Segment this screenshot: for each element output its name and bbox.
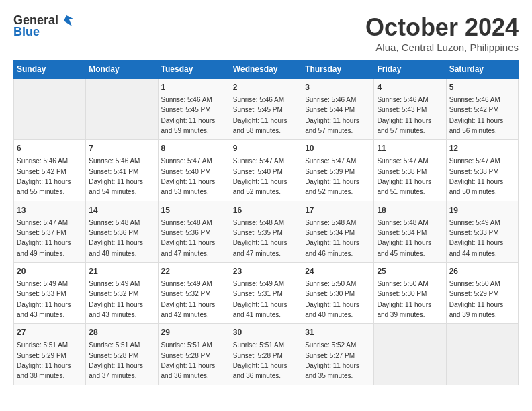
col-thursday: Thursday [302,60,374,79]
day-sunrise: Sunrise: 5:48 AMSunset: 5:34 PMDaylight:… [377,219,431,257]
day-number: 15 [161,205,227,216]
calendar-cell: 20 Sunrise: 5:49 AMSunset: 5:33 PMDaylig… [14,263,86,324]
calendar-cell: 4 Sunrise: 5:46 AMSunset: 5:43 PMDayligh… [374,79,446,140]
day-number: 28 [89,327,154,338]
calendar-cell: 7 Sunrise: 5:46 AMSunset: 5:41 PMDayligh… [86,140,158,201]
calendar-week-row: 20 Sunrise: 5:49 AMSunset: 5:33 PMDaylig… [14,263,519,324]
col-monday: Monday [86,60,158,79]
calendar-cell: 10 Sunrise: 5:47 AMSunset: 5:39 PMDaylig… [302,140,374,201]
day-number: 13 [17,205,83,216]
calendar-cell: 17 Sunrise: 5:48 AMSunset: 5:34 PMDaylig… [302,201,374,262]
calendar-cell: 8 Sunrise: 5:47 AMSunset: 5:40 PMDayligh… [158,140,230,201]
day-number: 30 [233,327,299,338]
calendar-cell: 19 Sunrise: 5:49 AMSunset: 5:33 PMDaylig… [446,201,518,262]
calendar-cell: 11 Sunrise: 5:47 AMSunset: 5:38 PMDaylig… [374,140,446,201]
location-subtitle: Alua, Central Luzon, Philippines [365,42,519,53]
col-saturday: Saturday [446,60,518,79]
day-sunrise: Sunrise: 5:47 AMSunset: 5:38 PMDaylight:… [377,157,431,195]
day-sunrise: Sunrise: 5:49 AMSunset: 5:33 PMDaylight:… [449,219,504,257]
day-number: 23 [233,266,299,277]
calendar-table: Sunday Monday Tuesday Wednesday Thursday… [13,60,519,385]
day-number: 9 [233,143,299,154]
calendar-cell: 3 Sunrise: 5:46 AMSunset: 5:44 PMDayligh… [302,79,374,140]
day-number: 17 [305,205,371,216]
calendar-cell: 14 Sunrise: 5:48 AMSunset: 5:36 PMDaylig… [86,201,158,262]
calendar-cell: 6 Sunrise: 5:46 AMSunset: 5:42 PMDayligh… [14,140,86,201]
day-number: 3 [305,82,371,93]
calendar-cell: 2 Sunrise: 5:46 AMSunset: 5:45 PMDayligh… [230,79,302,140]
day-number: 25 [377,266,443,277]
calendar-cell: 26 Sunrise: 5:50 AMSunset: 5:29 PMDaylig… [446,263,518,324]
calendar-week-row: 13 Sunrise: 5:47 AMSunset: 5:37 PMDaylig… [14,201,519,262]
calendar-cell: 16 Sunrise: 5:48 AMSunset: 5:35 PMDaylig… [230,201,302,262]
calendar-cell: 22 Sunrise: 5:49 AMSunset: 5:32 PMDaylig… [158,263,230,324]
day-number: 21 [89,266,154,277]
calendar-week-row: 1 Sunrise: 5:46 AMSunset: 5:45 PMDayligh… [14,79,519,140]
day-sunrise: Sunrise: 5:46 AMSunset: 5:42 PMDaylight:… [449,96,504,134]
day-sunrise: Sunrise: 5:50 AMSunset: 5:30 PMDaylight:… [377,280,431,318]
day-number: 7 [89,143,154,154]
calendar-cell: 23 Sunrise: 5:49 AMSunset: 5:31 PMDaylig… [230,263,302,324]
calendar-cell [446,324,518,385]
calendar-cell: 18 Sunrise: 5:48 AMSunset: 5:34 PMDaylig… [374,201,446,262]
calendar-week-row: 6 Sunrise: 5:46 AMSunset: 5:42 PMDayligh… [14,140,519,201]
day-number: 12 [449,143,515,154]
calendar-cell: 25 Sunrise: 5:50 AMSunset: 5:30 PMDaylig… [374,263,446,324]
day-sunrise: Sunrise: 5:46 AMSunset: 5:44 PMDaylight:… [305,96,359,134]
day-sunrise: Sunrise: 5:46 AMSunset: 5:42 PMDaylight:… [17,157,71,195]
day-number: 4 [377,82,443,93]
page-header: General Blue October 2024 Alua, Central … [13,13,519,53]
logo: General Blue [13,13,75,39]
day-number: 22 [161,266,227,277]
day-sunrise: Sunrise: 5:48 AMSunset: 5:34 PMDaylight:… [305,219,359,257]
day-sunrise: Sunrise: 5:51 AMSunset: 5:28 PMDaylight:… [161,341,216,379]
day-sunrise: Sunrise: 5:47 AMSunset: 5:39 PMDaylight:… [305,157,359,195]
svg-marker-0 [64,15,75,26]
calendar-cell: 1 Sunrise: 5:46 AMSunset: 5:45 PMDayligh… [158,79,230,140]
calendar-cell: 27 Sunrise: 5:51 AMSunset: 5:29 PMDaylig… [14,324,86,385]
day-number: 5 [449,82,515,93]
col-friday: Friday [374,60,446,79]
calendar-cell: 30 Sunrise: 5:51 AMSunset: 5:28 PMDaylig… [230,324,302,385]
day-sunrise: Sunrise: 5:46 AMSunset: 5:41 PMDaylight:… [89,157,143,195]
month-title: October 2024 [365,13,519,42]
day-sunrise: Sunrise: 5:51 AMSunset: 5:28 PMDaylight:… [233,341,287,379]
calendar-cell: 9 Sunrise: 5:47 AMSunset: 5:40 PMDayligh… [230,140,302,201]
day-number: 10 [305,143,371,154]
day-number: 18 [377,205,443,216]
calendar-cell: 24 Sunrise: 5:50 AMSunset: 5:30 PMDaylig… [302,263,374,324]
calendar-cell: 21 Sunrise: 5:49 AMSunset: 5:32 PMDaylig… [86,263,158,324]
day-sunrise: Sunrise: 5:48 AMSunset: 5:36 PMDaylight:… [161,219,216,257]
col-tuesday: Tuesday [158,60,230,79]
calendar-cell: 13 Sunrise: 5:47 AMSunset: 5:37 PMDaylig… [14,201,86,262]
day-sunrise: Sunrise: 5:49 AMSunset: 5:32 PMDaylight:… [89,280,143,318]
logo-box: General Blue [13,13,75,39]
calendar-cell: 29 Sunrise: 5:51 AMSunset: 5:28 PMDaylig… [158,324,230,385]
logo-blue: Blue [13,25,40,39]
day-sunrise: Sunrise: 5:51 AMSunset: 5:29 PMDaylight:… [17,341,71,379]
calendar-cell: 5 Sunrise: 5:46 AMSunset: 5:42 PMDayligh… [446,79,518,140]
col-sunday: Sunday [14,60,86,79]
calendar-cell [86,79,158,140]
calendar-cell [14,79,86,140]
day-sunrise: Sunrise: 5:50 AMSunset: 5:29 PMDaylight:… [449,280,504,318]
calendar-cell: 15 Sunrise: 5:48 AMSunset: 5:36 PMDaylig… [158,201,230,262]
calendar-week-row: 27 Sunrise: 5:51 AMSunset: 5:29 PMDaylig… [14,324,519,385]
day-sunrise: Sunrise: 5:46 AMSunset: 5:45 PMDaylight:… [161,96,216,134]
calendar-header-row: Sunday Monday Tuesday Wednesday Thursday… [14,60,519,79]
day-sunrise: Sunrise: 5:46 AMSunset: 5:45 PMDaylight:… [233,96,287,134]
day-number: 31 [305,327,371,338]
calendar-cell: 12 Sunrise: 5:47 AMSunset: 5:38 PMDaylig… [446,140,518,201]
day-number: 27 [17,327,83,338]
calendar-cell: 31 Sunrise: 5:52 AMSunset: 5:27 PMDaylig… [302,324,374,385]
day-sunrise: Sunrise: 5:48 AMSunset: 5:35 PMDaylight:… [233,219,287,257]
day-sunrise: Sunrise: 5:49 AMSunset: 5:32 PMDaylight:… [161,280,216,318]
day-number: 6 [17,143,83,154]
day-number: 29 [161,327,227,338]
day-sunrise: Sunrise: 5:48 AMSunset: 5:36 PMDaylight:… [89,219,143,257]
calendar-cell [374,324,446,385]
day-sunrise: Sunrise: 5:49 AMSunset: 5:33 PMDaylight:… [17,280,71,318]
day-number: 19 [449,205,515,216]
title-block: October 2024 Alua, Central Luzon, Philip… [365,13,519,53]
day-sunrise: Sunrise: 5:49 AMSunset: 5:31 PMDaylight:… [233,280,287,318]
